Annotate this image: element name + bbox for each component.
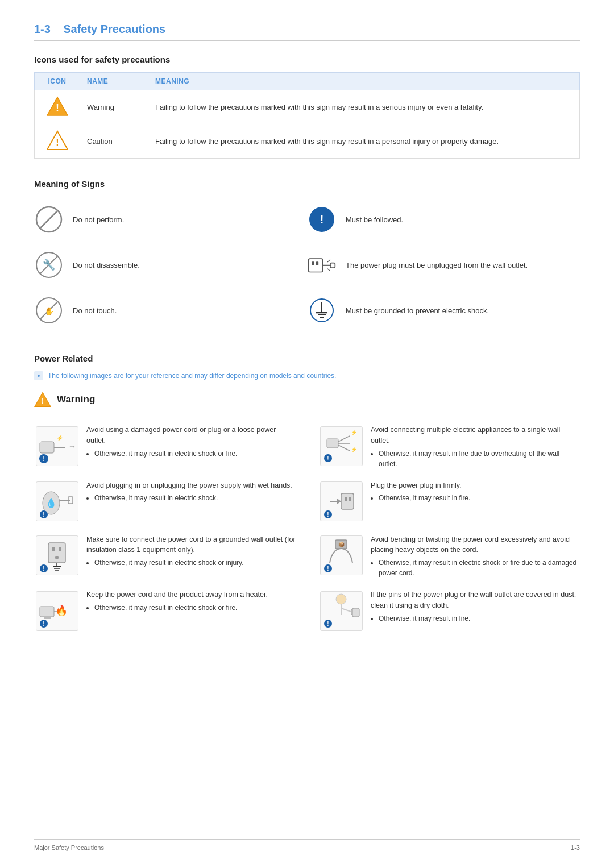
svg-rect-34 bbox=[327, 439, 338, 448]
section-number: 1-3 bbox=[34, 23, 51, 35]
warning-item-heater: 🔥 ! Keep the power cord and the product … bbox=[34, 584, 296, 638]
svg-line-37 bbox=[338, 445, 350, 451]
heater-image: 🔥 ! bbox=[34, 589, 80, 632]
warning-item-wet-hands: 💧 ! Avoid plugging in or unplugging the … bbox=[34, 475, 296, 529]
svg-text:!: ! bbox=[327, 566, 329, 572]
damaged-cord-image: ⚡ ! → bbox=[34, 425, 80, 467]
damaged-cord-text: Avoid using a damaged power cord or plug… bbox=[86, 425, 296, 469]
col-header-meaning: MEANING bbox=[148, 73, 580, 90]
ground-symbol-icon bbox=[307, 296, 337, 325]
must-follow-text: Must be followed. bbox=[346, 215, 403, 224]
svg-rect-28 bbox=[40, 442, 54, 453]
power-related-section: Power Related ✦ The following images are… bbox=[34, 354, 580, 638]
note-icon: ✦ bbox=[34, 371, 43, 380]
caution-name-cell: Caution bbox=[80, 124, 148, 159]
svg-text:!: ! bbox=[56, 102, 59, 114]
svg-rect-69 bbox=[40, 607, 54, 617]
must-follow-icon: ! bbox=[307, 205, 337, 234]
sign-item-ground: Must be grounded to prevent electric sho… bbox=[307, 288, 580, 333]
col-header-icon: ICON bbox=[35, 73, 80, 90]
do-not-perform-icon bbox=[34, 205, 64, 234]
svg-marker-52 bbox=[337, 499, 341, 504]
warning-item-grounded: ! Make sure to connect the power cord to… bbox=[34, 529, 296, 584]
meaning-of-signs-heading: Meaning of Signs bbox=[34, 179, 580, 189]
svg-text:⚡: ⚡ bbox=[351, 446, 358, 453]
svg-rect-48 bbox=[341, 493, 354, 509]
sign-item-no-touch: ✋ Do not touch. bbox=[34, 288, 307, 333]
svg-text:!: ! bbox=[327, 621, 329, 627]
warning-item-damaged-cord: ⚡ ! → Avoid using a damaged power cord o… bbox=[34, 419, 296, 475]
svg-text:!: ! bbox=[43, 566, 44, 572]
grounded-outlet-image: ! bbox=[34, 534, 80, 577]
bending-cord-image: 📦 ! bbox=[318, 534, 364, 577]
svg-text:✋: ✋ bbox=[44, 306, 55, 316]
svg-rect-11 bbox=[316, 261, 318, 265]
icons-table-heading: Icons used for safety precautions bbox=[34, 55, 580, 64]
plug-firmly-text: Plug the power plug in firmly. Otherwise… bbox=[371, 480, 470, 523]
svg-text:✦: ✦ bbox=[36, 373, 41, 379]
svg-rect-50 bbox=[349, 497, 351, 501]
warning-items-grid: ⚡ ! → Avoid using a damaged power cord o… bbox=[34, 419, 580, 638]
note-text: The following images are for your refere… bbox=[48, 372, 336, 380]
unplug-text: The power plug must be unplugged from th… bbox=[346, 261, 528, 269]
grounded-text: Make sure to connect the power cord to a… bbox=[86, 534, 296, 579]
warning-triangle-icon: ! bbox=[47, 96, 68, 117]
warning-item-dust: ! If the pins of the power plug or the w… bbox=[318, 584, 580, 638]
warning-name-cell: Warning bbox=[80, 90, 148, 124]
heater-text: Keep the power cord and the product away… bbox=[86, 589, 268, 632]
note-line: ✦ The following images are for your refe… bbox=[34, 371, 580, 380]
svg-rect-56 bbox=[52, 547, 55, 551]
bending-text: Avoid bending or twisting the power cord… bbox=[371, 534, 580, 579]
page-footer: Major Safety Precautions 1-3 bbox=[34, 839, 580, 851]
caution-meaning-cell: Failing to follow the precautions marked… bbox=[148, 124, 580, 159]
col-header-name: NAME bbox=[80, 73, 148, 90]
warning-item-multiple-appliances: ⚡ ⚡ ! Avoid connecting multiple electric… bbox=[318, 419, 580, 475]
meaning-of-signs-section: Meaning of Signs Do not perform. ! Must … bbox=[34, 179, 580, 333]
svg-rect-49 bbox=[345, 497, 347, 501]
svg-rect-57 bbox=[59, 547, 61, 551]
power-related-heading: Power Related bbox=[34, 354, 580, 363]
svg-point-75 bbox=[336, 594, 346, 604]
precautions-table: ICON NAME MEANING ! Warning Failing to f… bbox=[34, 72, 580, 159]
no-touch-text: Do not touch. bbox=[73, 306, 117, 315]
svg-text:!: ! bbox=[43, 455, 45, 462]
signs-grid: Do not perform. ! Must be followed. 🔧 bbox=[34, 197, 580, 333]
section-title: 1-3 Safety Precautions bbox=[34, 23, 580, 41]
dust-text: If the pins of the power plug or the wal… bbox=[371, 589, 580, 632]
do-not-perform-text: Do not perform. bbox=[73, 215, 124, 224]
svg-text:→: → bbox=[68, 442, 76, 451]
svg-text:!: ! bbox=[56, 138, 59, 147]
svg-point-58 bbox=[55, 556, 59, 559]
warning-item-bending: 📦 ! Avoid bending or twisting the power … bbox=[318, 529, 580, 584]
no-touch-icon: ✋ bbox=[34, 296, 64, 325]
no-disassemble-icon: 🔧 bbox=[34, 250, 64, 280]
no-disassemble-text: Do not disassemble. bbox=[73, 261, 140, 269]
svg-line-14 bbox=[327, 260, 330, 262]
svg-text:!: ! bbox=[327, 455, 329, 462]
svg-text:📦: 📦 bbox=[338, 541, 345, 548]
sign-item-must-follow: ! Must be followed. bbox=[307, 197, 580, 242]
sign-item-unplug: The power plug must be unplugged from th… bbox=[307, 242, 580, 288]
multiple-appliances-text: Avoid connecting multiple electric appli… bbox=[371, 425, 580, 469]
multiple-appliances-image: ⚡ ⚡ ! bbox=[318, 425, 364, 467]
svg-rect-55 bbox=[48, 543, 65, 563]
wet-hands-image: 💧 ! bbox=[34, 480, 80, 523]
svg-line-77 bbox=[341, 608, 352, 612]
plug-firmly-image: ! bbox=[318, 480, 364, 523]
warning-item-plug-firmly: ! Plug the power plug in firmly. Otherwi… bbox=[318, 475, 580, 529]
svg-rect-79 bbox=[352, 608, 359, 617]
svg-text:⚡: ⚡ bbox=[351, 429, 358, 436]
table-row: ! Caution Failing to follow the precauti… bbox=[35, 124, 580, 159]
warning-header-icon: ! bbox=[34, 392, 51, 408]
svg-text:!: ! bbox=[43, 512, 44, 518]
svg-line-5 bbox=[40, 211, 57, 228]
table-row: ! Warning Failing to follow the precauti… bbox=[35, 90, 580, 124]
caution-triangle-icon: ! bbox=[47, 130, 68, 151]
unplug-icon bbox=[307, 250, 337, 280]
svg-line-15 bbox=[327, 269, 330, 271]
wet-hands-text: Avoid plugging in or unplugging the powe… bbox=[86, 480, 292, 523]
svg-text:!: ! bbox=[42, 396, 44, 405]
footer-left: Major Safety Precautions bbox=[34, 844, 104, 851]
svg-text:!: ! bbox=[327, 512, 329, 518]
svg-rect-70 bbox=[44, 617, 51, 619]
